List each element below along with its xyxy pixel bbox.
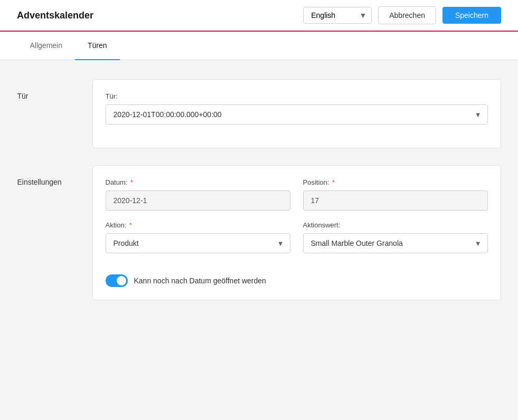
einstellungen-section-label: Einstellungen (17, 165, 76, 300)
position-field-group: Position: * (303, 178, 488, 211)
einstellungen-section: Einstellungen Datum: * Position: * (17, 165, 501, 300)
save-button[interactable]: Speichern (442, 7, 501, 24)
datum-position-row: Datum: * Position: * (106, 178, 488, 221)
page-title: Adventskalender (17, 10, 93, 21)
tab-tueren[interactable]: Türen (75, 32, 120, 60)
datum-label: Datum: * (106, 178, 290, 186)
einstellungen-card: Datum: * Position: * (92, 165, 501, 300)
toggle-slider (106, 274, 128, 287)
aktionswert-field-group: Aktionswert: Small Marble Outer Granola … (303, 221, 488, 253)
aktion-field-group: Aktion: * Produkt ▼ (106, 221, 290, 253)
aktionswert-select[interactable]: Small Marble Outer Granola (303, 233, 488, 253)
tuer-select-wrapper: 2020-12-01T00:00:00.000+00:00 ▼ (106, 104, 488, 125)
aktionswert-label: Aktionswert: (303, 221, 488, 229)
tuer-select[interactable]: 2020-12-01T00:00:00.000+00:00 (106, 104, 488, 125)
language-selector-wrapper: English Deutsch ▼ (303, 7, 372, 24)
tab-allgemein[interactable]: Allgemein (17, 32, 75, 60)
main-content: Tür Tür: 2020-12-01T00:00:00.000+00:00 ▼… (1, 60, 518, 336)
position-label: Position: * (303, 178, 488, 186)
language-select[interactable]: English Deutsch (303, 7, 372, 24)
position-input[interactable] (303, 190, 488, 211)
header: Adventskalender English Deutsch ▼ Abbrec… (0, 0, 518, 32)
aktion-select[interactable]: Produkt (106, 233, 290, 253)
tuer-section-label: Tür (17, 79, 76, 148)
page-body: Tür Tür: 2020-12-01T00:00:00.000+00:00 ▼… (17, 60, 501, 336)
position-required: * (332, 178, 335, 186)
aktion-required: * (129, 221, 132, 229)
tuer-section: Tür Tür: 2020-12-01T00:00:00.000+00:00 ▼ (17, 79, 501, 148)
tuer-field-label: Tür: (106, 92, 488, 100)
aktionswert-select-wrapper: Small Marble Outer Granola ▼ (303, 233, 488, 253)
datum-required: * (130, 178, 133, 186)
aktion-aktionswert-row: Aktion: * Produkt ▼ Aktionswert: (106, 221, 488, 264)
cancel-button[interactable]: Abbrechen (378, 6, 436, 24)
aktion-label: Aktion: * (106, 221, 290, 229)
tabs: Allgemein Türen (17, 32, 501, 60)
datum-input[interactable] (106, 190, 290, 211)
tabs-bar: Allgemein Türen (0, 32, 518, 60)
header-actions: English Deutsch ▼ Abbrechen Speichern (303, 6, 501, 24)
tuer-field-group: Tür: 2020-12-01T00:00:00.000+00:00 ▼ (106, 92, 488, 125)
toggle-label: Kann noch nach Datum geöffnet werden (134, 276, 266, 285)
datum-field-group: Datum: * (106, 178, 290, 211)
toggle-switch[interactable] (106, 274, 128, 287)
aktion-select-wrapper: Produkt ▼ (106, 233, 290, 253)
tuer-card: Tür: 2020-12-01T00:00:00.000+00:00 ▼ (92, 79, 501, 148)
toggle-row: Kann noch nach Datum geöffnet werden (106, 274, 488, 287)
